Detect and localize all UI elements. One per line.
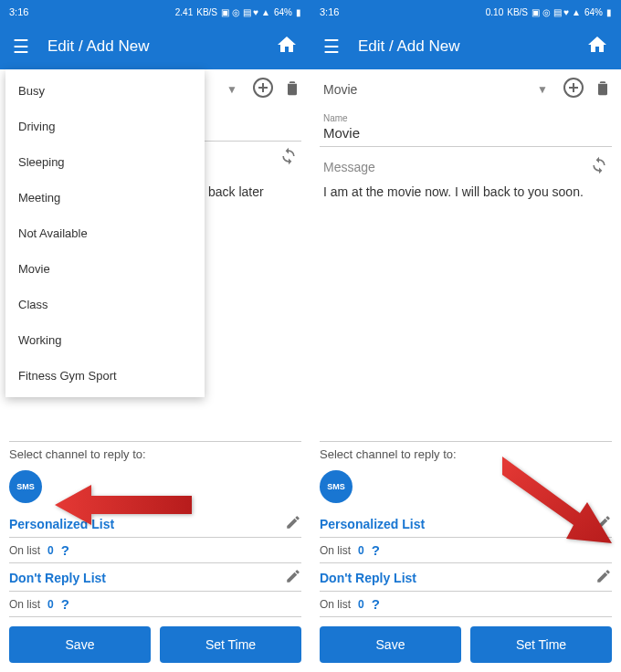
help-icon[interactable]: ? [372, 596, 380, 612]
menu-item[interactable]: Class [5, 287, 205, 322]
category-menu: Busy Driving Sleeping Meeting Not Availa… [5, 69, 205, 397]
app-bar: ☰ Edit / Add New [310, 24, 621, 69]
status-icons: 2.41KB/S ▣ ◎ ▤ ♥ ▲ 64% ▮ [175, 7, 301, 17]
edit-icon[interactable] [595, 568, 612, 588]
save-button[interactable]: Save [320, 626, 461, 663]
delete-icon[interactable] [594, 79, 612, 100]
chevron-down-icon[interactable]: ▼ [226, 83, 237, 96]
content-area: Movie ▼ Name Message I am at the movie n… [310, 69, 621, 430]
channel-label: Select channel to reply to: [9, 447, 301, 461]
chevron-down-icon[interactable]: ▼ [537, 83, 548, 96]
menu-item[interactable]: Driving [5, 109, 205, 144]
app-title: Edit / Add New [47, 37, 258, 56]
screen-right: 3:16 0.10KB/S ▣ ◎ ▤ ♥ ▲ 64% ▮ ☰ Edit / A… [310, 0, 621, 672]
set-time-button[interactable]: Set Time [160, 626, 301, 663]
add-icon[interactable] [252, 77, 274, 102]
help-icon[interactable]: ? [61, 542, 69, 558]
home-icon[interactable] [586, 34, 608, 59]
status-bar: 3:16 0.10KB/S ▣ ◎ ▤ ♥ ▲ 64% ▮ [310, 0, 621, 24]
menu-icon[interactable]: ☰ [13, 36, 29, 58]
menu-item[interactable]: Working [5, 322, 205, 358]
menu-item[interactable]: Sleeping [5, 144, 205, 180]
annotation-arrow [502, 457, 621, 551]
category-dropdown[interactable]: Movie [320, 82, 528, 97]
status-time: 3:16 [9, 6, 28, 17]
dont-reply-list[interactable]: Don't Reply List [320, 571, 595, 585]
sms-channel[interactable]: SMS [9, 470, 42, 503]
sms-channel[interactable]: SMS [320, 470, 353, 503]
menu-item[interactable]: Not Available [5, 215, 205, 251]
menu-item[interactable]: Fitness Gym Sport [5, 358, 205, 394]
app-bar: ☰ Edit / Add New [0, 24, 310, 69]
edit-icon[interactable] [285, 568, 301, 588]
help-icon[interactable]: ? [61, 596, 69, 612]
app-title: Edit / Add New [358, 37, 568, 56]
message-peek: back later [208, 184, 264, 199]
bottom-panel: Select channel to reply to: SMS Personal… [0, 430, 310, 672]
name-label: Name [320, 113, 612, 123]
status-time: 3:16 [320, 6, 339, 17]
add-icon[interactable] [563, 77, 584, 102]
menu-item[interactable]: Meeting [5, 180, 205, 215]
message-text[interactable]: I am at the movie now. I will back to yo… [320, 178, 612, 207]
save-button[interactable]: Save [9, 626, 151, 663]
refresh-icon[interactable] [279, 147, 298, 169]
name-field[interactable] [320, 123, 612, 147]
message-label: Message [323, 160, 590, 174]
status-icons: 0.10KB/S ▣ ◎ ▤ ♥ ▲ 64% ▮ [486, 7, 612, 17]
menu-item[interactable]: Movie [5, 251, 205, 287]
menu-icon[interactable]: ☰ [323, 36, 340, 58]
edit-icon[interactable] [285, 514, 301, 534]
status-bar: 3:16 2.41KB/S ▣ ◎ ▤ ♥ ▲ 64% ▮ [0, 0, 310, 24]
delete-icon[interactable] [283, 79, 301, 100]
refresh-icon[interactable] [590, 156, 608, 178]
set-time-button[interactable]: Set Time [470, 626, 612, 663]
annotation-arrow [55, 482, 192, 531]
help-icon[interactable]: ? [372, 542, 380, 558]
menu-item[interactable]: Busy [5, 73, 205, 109]
screen-left: 3:16 2.41KB/S ▣ ◎ ▤ ♥ ▲ 64% ▮ ☰ Edit / A… [0, 0, 310, 672]
dont-reply-list[interactable]: Don't Reply List [9, 571, 285, 585]
home-icon[interactable] [276, 34, 298, 59]
